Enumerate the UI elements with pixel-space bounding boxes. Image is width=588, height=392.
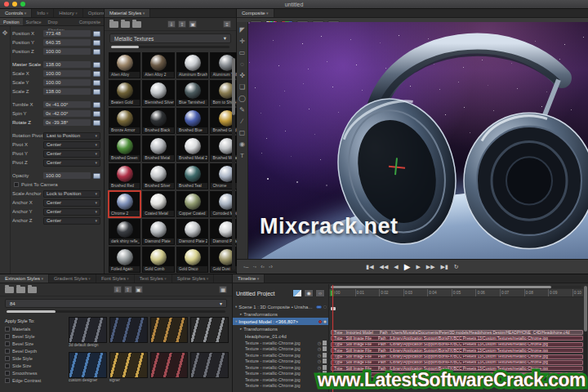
- layer-texture-metallic-chrome-jpg[interactable]: Texture - metallic-Chrome.jpg◷: [233, 364, 328, 371]
- new-folder-icon[interactable]: [109, 21, 118, 28]
- checkbox-bevel-style[interactable]: [5, 334, 10, 339]
- material-scrollbar[interactable]: [232, 58, 235, 270]
- keyframe-toggle-button[interactable]: [93, 80, 100, 86]
- track-bar-5[interactable]: Type : Still Image FilePath : /Library/A…: [331, 348, 583, 353]
- delete-style-icon[interactable]: ⇧: [178, 20, 186, 28]
- layer-imported-model-366-807[interactable]: ▾Imported Model : <366,807>: [233, 318, 328, 325]
- extrusion-preset-4[interactable]: [190, 317, 229, 350]
- add-light-button[interactable]: ☼: [315, 289, 325, 297]
- material-diamond-plate-2[interactable]: Diamond Plate 2: [176, 219, 208, 245]
- field-value[interactable]: 100.00: [43, 70, 91, 77]
- visibility-toggle[interactable]: [323, 320, 327, 323]
- checkbox-point-to-camera[interactable]: [14, 182, 19, 187]
- track-bar-3[interactable]: Type : Still Image FilePath : /Library/A…: [331, 336, 583, 341]
- layer-texture-metallic-chrome-jpg[interactable]: Texture - metallic-Chrome.jpg◷: [233, 352, 328, 359]
- brush-tool[interactable]: ✎: [238, 105, 247, 115]
- subtab-composite[interactable]: Composite: [76, 18, 104, 25]
- stopwatch-icon[interactable]: ◷: [318, 359, 321, 363]
- field-value[interactable]: 138.00: [43, 88, 91, 95]
- material-category-dropdown[interactable]: Metallic Textures ▾: [109, 33, 231, 43]
- expand-icon[interactable]: ▾: [235, 305, 237, 309]
- checkbox-smoothness[interactable]: [5, 371, 10, 376]
- material-alien-alloy-2[interactable]: Alien Alloy 2: [142, 52, 175, 78]
- material-brushed-silver[interactable]: Brushed Silver: [142, 163, 175, 189]
- thumbnail-size-slider[interactable]: [111, 46, 229, 48]
- tab-text-styles[interactable]: Text Styles: [135, 274, 172, 283]
- viewport-canvas[interactable]: Mixcrack.net: [248, 22, 588, 259]
- layer-texture-metallic-chrome-jpg[interactable]: Texture - metallic-Chrome.jpg◷: [233, 346, 328, 353]
- checkbox-bevel-size[interactable]: [5, 341, 10, 346]
- material-brushed-black[interactable]: Brushed Black: [142, 108, 175, 134]
- apply-style-icon[interactable]: ▣: [135, 286, 143, 293]
- extrusion-preset-6[interactable]: signer: [109, 352, 148, 385]
- field-value[interactable]: 100.00: [43, 48, 91, 55]
- material-brushed-blue[interactable]: Brushed Blue: [176, 108, 208, 134]
- layer-texture-metallic-chrome-jpg[interactable]: Texture - metallic-Chrome.jpg◷: [233, 340, 328, 346]
- field-value[interactable]: 773.48: [43, 30, 91, 37]
- delete-style-icon[interactable]: ⇧: [124, 286, 132, 293]
- dropdown-anchor-y[interactable]: Center▾: [43, 208, 100, 216]
- layer-texture-metallic-chrome-jpg[interactable]: Texture - metallic-Chrome.jpg◷: [233, 376, 328, 383]
- layer-transformations[interactable]: ▸Transformations: [233, 310, 328, 318]
- tab-extrusion-styles[interactable]: Extrusion Styles: [0, 274, 49, 283]
- field-value[interactable]: 640.35: [43, 39, 91, 46]
- keyframe-toggle-button[interactable]: [93, 40, 100, 46]
- step-forward-button[interactable]: ▶: [416, 262, 420, 272]
- keyframe-toggle-button[interactable]: [93, 31, 100, 37]
- field-value[interactable]: 0x -39.38°: [43, 119, 91, 126]
- subtab-position[interactable]: Position: [0, 18, 23, 25]
- tab-options[interactable]: Options: [83, 9, 104, 18]
- text-tool[interactable]: T: [238, 150, 247, 161]
- checkbox-side-style[interactable]: [5, 356, 10, 361]
- material-coated-metal[interactable]: Coated Metal: [142, 191, 175, 217]
- dropdown-scale-anchor[interactable]: Lock to Position▾: [43, 190, 100, 198]
- open-folder-icon[interactable]: [121, 21, 130, 28]
- material-gold-comb[interactable]: Gold Comb: [142, 247, 175, 273]
- lasso-tool[interactable]: ◌: [238, 59, 247, 69]
- layer-texture-metallic-chrome-jpg[interactable]: Texture - metallic-Chrome.jpg◷: [233, 383, 328, 390]
- material-foiled-again[interactable]: Foiled Again: [109, 247, 140, 273]
- tab-spline-styles[interactable]: Spline Styles: [172, 274, 215, 283]
- keyframe-toggle-button[interactable]: [93, 89, 100, 95]
- track-bar-6[interactable]: Type : Still Image FilePath : /Library/A…: [331, 354, 583, 359]
- ellipse-tool[interactable]: ◉: [238, 139, 247, 149]
- material-blue-tarnished[interactable]: Blue Tarnished: [176, 80, 208, 106]
- up-folder-icon[interactable]: [28, 287, 37, 293]
- material-aluminum-brush[interactable]: Aluminum Brush: [176, 52, 208, 78]
- fast-rewind-button[interactable]: ◀◀: [380, 262, 389, 272]
- material-beaten-gold[interactable]: Beaten Gold: [109, 80, 140, 106]
- step-back-button[interactable]: ◀: [394, 262, 398, 272]
- keyframe-toggle-button[interactable]: [93, 111, 100, 117]
- subtab-surface[interactable]: Surface: [23, 18, 45, 25]
- checkbox-side-size[interactable]: [5, 363, 10, 368]
- go-to-start-button[interactable]: ▮◀: [366, 262, 373, 272]
- field-value[interactable]: 138.00: [43, 61, 91, 68]
- extrusion-preset-5[interactable]: custom designer: [69, 352, 107, 385]
- material-chrome-2[interactable]: Chrome 2: [109, 191, 140, 217]
- dropdown-pivot-z[interactable]: Center▾: [43, 159, 100, 167]
- field-value[interactable]: 100.00: [43, 79, 91, 86]
- hand-tool[interactable]: ✛: [238, 36, 247, 47]
- fast-forward-button[interactable]: ▶▶: [426, 262, 435, 272]
- checkbox-bevel-depth[interactable]: [5, 349, 10, 354]
- material-brushed-green[interactable]: Brushed Green: [109, 136, 140, 162]
- tab-info[interactable]: Info: [32, 9, 54, 18]
- grid-view-icon[interactable]: ▦: [219, 286, 227, 293]
- dropdown-anchor-x[interactable]: Center▾: [43, 199, 100, 207]
- dropdown-pivot-x[interactable]: Center▾: [43, 141, 100, 149]
- dropdown-rotation-pivot[interactable]: Last to Position▾: [43, 132, 100, 140]
- timeline-ruler[interactable]: 0:000:010:020:030:040:050:060:070:080:09…: [329, 289, 583, 297]
- keyframe-toggle-button[interactable]: [93, 173, 100, 179]
- marquee-tool[interactable]: ▭: [238, 47, 247, 58]
- add-camera-button[interactable]: ◉: [304, 289, 314, 297]
- up-folder-icon[interactable]: [132, 21, 141, 28]
- select-tool[interactable]: ◤: [238, 24, 247, 35]
- material-diamond-plate[interactable]: Diamond Plate: [142, 219, 175, 245]
- layer-texture-metallic-chrome-jpg[interactable]: Texture - metallic-Chrome.jpg◷: [233, 371, 328, 377]
- material-brushed-metal[interactable]: Brushed Metal: [142, 136, 175, 162]
- extrusion-preset-1[interactable]: 3d default design: [69, 317, 107, 350]
- keyframe-toggle-button[interactable]: [93, 62, 100, 68]
- layers-tool[interactable]: ❏: [238, 82, 247, 92]
- field-value[interactable]: 0x -41.00°: [43, 101, 91, 108]
- stopwatch-icon[interactable]: ◷: [318, 346, 321, 351]
